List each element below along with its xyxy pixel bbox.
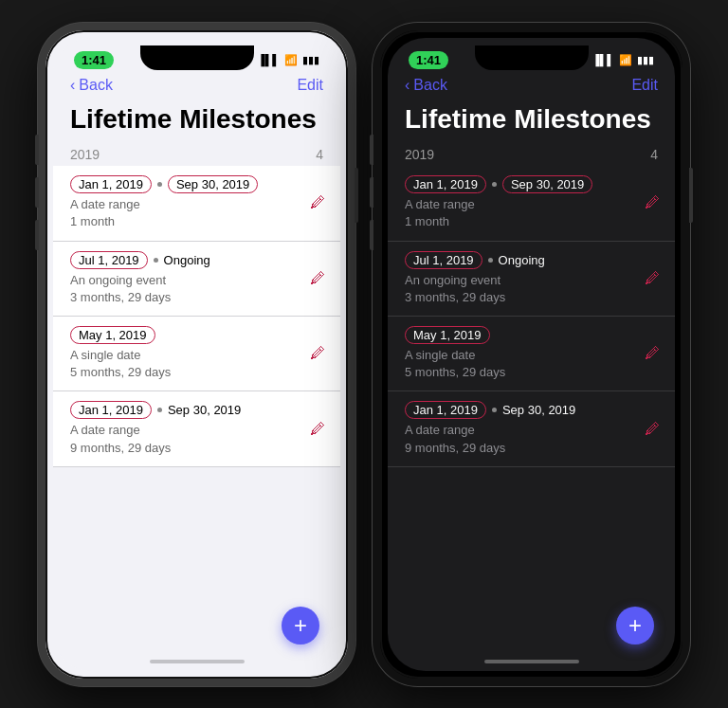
item-date-row-3-dark: May 1, 2019 bbox=[405, 326, 658, 344]
item-date-row-2-dark: Jul 1, 2019 Ongoing bbox=[405, 251, 658, 269]
start-date-3-light: May 1, 2019 bbox=[70, 326, 155, 344]
notch-dark bbox=[475, 45, 589, 70]
end-date-4-light: Sep 30, 2019 bbox=[168, 403, 241, 417]
list-dark: Jan 1, 2019 Sep 30, 2019 A date range 1 … bbox=[388, 166, 675, 644]
signal-icon-dark: ▐▌▌ bbox=[592, 54, 614, 65]
dot-4-light bbox=[157, 408, 162, 412]
section-year-light: 2019 bbox=[70, 147, 100, 162]
chevron-left-icon-dark: ‹ bbox=[405, 77, 410, 94]
start-date-4-light: Jan 1, 2019 bbox=[70, 401, 152, 419]
back-label-light: Back bbox=[79, 77, 113, 94]
dot-1-dark bbox=[492, 182, 497, 187]
end-date-2-light: Ongoing bbox=[164, 253, 210, 267]
time-dark: 1:41 bbox=[409, 51, 448, 69]
status-icons-dark: ▐▌▌ 📶 ▮▮▮ bbox=[592, 54, 654, 66]
item-date-row-1-light: Jan 1, 2019 Sep 30, 2019 bbox=[70, 175, 323, 193]
end-date-1-dark: Sep 30, 2019 bbox=[502, 175, 592, 193]
section-header-light: 2019 4 bbox=[53, 141, 340, 166]
item-desc-4-light: A date range 9 months, 29 days bbox=[70, 422, 323, 456]
page-title-area-light: Lifetime Milestones bbox=[53, 101, 340, 142]
list-item-4-light[interactable]: Jan 1, 2019 Sep 30, 2019 A date range 9 … bbox=[53, 391, 340, 466]
home-bar-light bbox=[150, 660, 245, 663]
battery-icon-dark: ▮▮▮ bbox=[637, 54, 654, 66]
edit-icon-2-light[interactable]: 🖉 bbox=[310, 270, 325, 287]
edit-button-light[interactable]: Edit bbox=[297, 77, 323, 94]
item-desc-3-dark: A single date 5 months, 29 days bbox=[405, 347, 658, 381]
chevron-left-icon-light: ‹ bbox=[70, 77, 75, 94]
back-button-dark[interactable]: ‹ Back bbox=[405, 77, 447, 94]
wifi-icon-light: 📶 bbox=[284, 54, 298, 66]
start-date-2-light: Jul 1, 2019 bbox=[70, 251, 148, 269]
phone-dark: 1:41 ▐▌▌ 📶 ▮▮▮ ‹ Back Edit Lifetime Mile… bbox=[373, 23, 690, 686]
edit-icon-1-light[interactable]: 🖉 bbox=[310, 194, 325, 211]
end-date-2-dark: Ongoing bbox=[499, 253, 545, 267]
signal-icon-light: ▐▌▌ bbox=[258, 54, 280, 65]
time-light: 1:41 bbox=[74, 51, 114, 69]
item-desc-2-dark: An ongoing event 3 months, 29 days bbox=[405, 272, 658, 306]
add-button-light[interactable]: + bbox=[282, 607, 319, 644]
home-indicator-dark bbox=[388, 644, 675, 671]
edit-icon-1-dark[interactable]: 🖉 bbox=[645, 194, 660, 211]
home-indicator-light bbox=[53, 644, 340, 671]
item-desc-1-light: A date range 1 month bbox=[70, 196, 323, 230]
phone-screen-dark: 1:41 ▐▌▌ 📶 ▮▮▮ ‹ Back Edit Lifetime Mile… bbox=[388, 38, 675, 671]
item-desc-2-light: An ongoing event 3 months, 29 days bbox=[70, 272, 323, 306]
add-button-dark[interactable]: + bbox=[616, 607, 654, 644]
item-desc-1-dark: A date range 1 month bbox=[405, 196, 658, 230]
section-header-dark: 2019 4 bbox=[388, 141, 675, 166]
start-date-1-light: Jan 1, 2019 bbox=[70, 175, 152, 193]
item-date-row-3-light: May 1, 2019 bbox=[70, 326, 323, 344]
edit-icon-4-dark[interactable]: 🖉 bbox=[645, 421, 660, 438]
edit-icon-3-light[interactable]: 🖉 bbox=[310, 345, 325, 362]
back-label-dark: Back bbox=[413, 77, 447, 94]
page-title-dark: Lifetime Milestones bbox=[405, 105, 658, 135]
edit-button-dark[interactable]: Edit bbox=[631, 77, 658, 94]
wifi-icon-dark: 📶 bbox=[619, 54, 632, 66]
list-item-2-light[interactable]: Jul 1, 2019 Ongoing An ongoing event 3 m… bbox=[53, 242, 340, 317]
dot-1-light bbox=[157, 182, 162, 187]
start-date-1-dark: Jan 1, 2019 bbox=[405, 175, 486, 193]
nav-bar-dark: ‹ Back Edit bbox=[388, 73, 675, 101]
item-desc-4-dark: A date range 9 months, 29 days bbox=[405, 422, 658, 456]
section-count-light: 4 bbox=[316, 147, 323, 162]
dot-4-dark bbox=[492, 408, 497, 412]
item-date-row-4-light: Jan 1, 2019 Sep 30, 2019 bbox=[70, 401, 323, 419]
back-button-light[interactable]: ‹ Back bbox=[70, 77, 113, 94]
start-date-4-dark: Jan 1, 2019 bbox=[405, 401, 486, 419]
list-item-3-light[interactable]: May 1, 2019 A single date 5 months, 29 d… bbox=[53, 317, 340, 391]
start-date-2-dark: Jul 1, 2019 bbox=[405, 251, 482, 269]
home-bar-dark bbox=[484, 660, 579, 663]
list-item-4-dark[interactable]: Jan 1, 2019 Sep 30, 2019 A date range 9 … bbox=[388, 391, 675, 466]
section-count-dark: 4 bbox=[650, 147, 658, 162]
end-date-4-dark: Sep 30, 2019 bbox=[502, 403, 575, 417]
end-date-1-light: Sep 30, 2019 bbox=[168, 175, 258, 193]
list-item-3-dark[interactable]: May 1, 2019 A single date 5 months, 29 d… bbox=[388, 317, 675, 391]
page-title-area-dark: Lifetime Milestones bbox=[388, 101, 675, 142]
list-item-1-dark[interactable]: Jan 1, 2019 Sep 30, 2019 A date range 1 … bbox=[388, 166, 675, 241]
nav-bar-light: ‹ Back Edit bbox=[53, 73, 340, 101]
phone-frame-light: 1:41 ▐▌▌ 📶 ▮▮▮ ‹ Back Edit Lifetime Mile… bbox=[38, 23, 355, 686]
phone-frame-dark: 1:41 ▐▌▌ 📶 ▮▮▮ ‹ Back Edit Lifetime Mile… bbox=[373, 23, 690, 686]
start-date-3-dark: May 1, 2019 bbox=[405, 326, 490, 344]
item-date-row-2-light: Jul 1, 2019 Ongoing bbox=[70, 251, 323, 269]
list-item-2-dark[interactable]: Jul 1, 2019 Ongoing An ongoing event 3 m… bbox=[388, 242, 675, 317]
list-item-1-light[interactable]: Jan 1, 2019 Sep 30, 2019 A date range 1 … bbox=[53, 166, 340, 241]
phone-screen-light: 1:41 ▐▌▌ 📶 ▮▮▮ ‹ Back Edit Lifetime Mile… bbox=[53, 38, 340, 671]
dot-2-light bbox=[154, 258, 158, 263]
page-title-light: Lifetime Milestones bbox=[70, 105, 323, 135]
list-light: Jan 1, 2019 Sep 30, 2019 A date range 1 … bbox=[53, 166, 340, 644]
phone-light: 1:41 ▐▌▌ 📶 ▮▮▮ ‹ Back Edit Lifetime Mile… bbox=[38, 23, 355, 686]
notch-light bbox=[140, 45, 254, 70]
section-year-dark: 2019 bbox=[405, 147, 434, 162]
item-desc-3-light: A single date 5 months, 29 days bbox=[70, 347, 323, 381]
item-date-row-4-dark: Jan 1, 2019 Sep 30, 2019 bbox=[405, 401, 658, 419]
edit-icon-3-dark[interactable]: 🖉 bbox=[645, 345, 660, 362]
edit-icon-2-dark[interactable]: 🖉 bbox=[645, 270, 660, 287]
dot-2-dark bbox=[488, 258, 493, 263]
edit-icon-4-light[interactable]: 🖉 bbox=[310, 421, 325, 438]
status-icons-light: ▐▌▌ 📶 ▮▮▮ bbox=[258, 54, 319, 66]
item-date-row-1-dark: Jan 1, 2019 Sep 30, 2019 bbox=[405, 175, 658, 193]
battery-icon-light: ▮▮▮ bbox=[302, 54, 319, 66]
